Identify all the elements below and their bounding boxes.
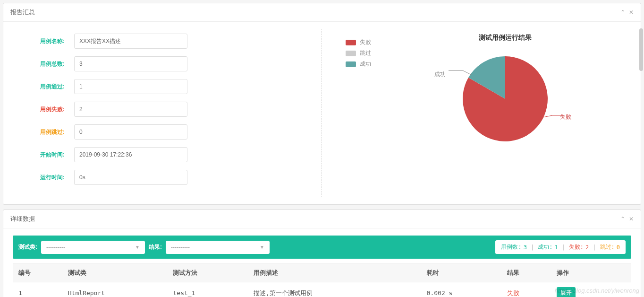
- table-header-row: 编号 测试类 测试方法 用例描述 耗时 结果 操作: [13, 264, 631, 282]
- results-table: 编号 测试类 测试方法 用例描述 耗时 结果 操作 1HtmlReporttes…: [13, 263, 631, 297]
- cell-method: test_1: [167, 282, 247, 297]
- filter-bar: 测试类: ---------- ▼ 结果: ---------- ▼ 用例数: …: [13, 236, 631, 259]
- label-failed: 用例失败:: [27, 105, 65, 114]
- summary-panel-header: 报告汇总 ⌃ ✕: [3, 3, 641, 22]
- col-class: 测试类: [62, 264, 168, 282]
- label-passed: 用例通过:: [27, 83, 65, 91]
- input-skipped[interactable]: [74, 124, 187, 140]
- input-case-name[interactable]: [74, 34, 187, 49]
- label-total: 用例总数:: [27, 60, 65, 68]
- chart-legend: 失败 跳过 成功: [331, 34, 388, 192]
- input-total[interactable]: [74, 56, 187, 71]
- detail-panel: 详细数据 ⌃ ✕ 测试类: ---------- ▼ 结果: ---------…: [3, 210, 641, 297]
- col-time: 耗时: [421, 264, 501, 282]
- filter-result-select[interactable]: ---------- ▼: [166, 241, 270, 254]
- cell-result: 失败: [501, 282, 551, 297]
- chevron-down-icon: ▼: [260, 245, 264, 250]
- stats-box: 用例数: 3 | 成功: 1 | 失败: 2 | 跳过: 0: [495, 240, 626, 254]
- label-start-time: 开始时间:: [27, 151, 65, 159]
- summary-panel-title: 报告汇总: [10, 8, 35, 17]
- detail-panel-title: 详细数据: [10, 215, 35, 223]
- legend-swatch-gray: [346, 51, 356, 56]
- col-action: 操作: [551, 264, 631, 282]
- chevron-down-icon: ▼: [135, 245, 140, 250]
- legend-swatch-teal: [346, 61, 356, 67]
- summary-panel: 报告汇总 ⌃ ✕ 用例名称: 用例总数: 用例通过: 用例失败:: [3, 3, 641, 205]
- input-passed[interactable]: [74, 79, 187, 94]
- col-method: 测试方法: [167, 264, 247, 282]
- collapse-icon[interactable]: ⌃: [620, 9, 625, 16]
- summary-form: 用例名称: 用例总数: 用例通过: 用例失败: 用例跳过: 开始时间:: [13, 29, 322, 197]
- label-case-name: 用例名称:: [27, 37, 65, 45]
- input-failed[interactable]: [74, 102, 187, 117]
- col-id: 编号: [13, 264, 62, 282]
- filter-result-label: 结果:: [149, 243, 162, 251]
- cell-class: HtmlReport: [62, 282, 168, 297]
- col-result: 结果: [501, 264, 551, 282]
- col-desc: 用例描述: [248, 264, 421, 282]
- chart-title: 测试用例运行结果: [479, 34, 532, 42]
- filter-class-label: 测试类:: [18, 243, 37, 251]
- close-icon[interactable]: ✕: [629, 9, 634, 16]
- pie-label-fail: 失败: [560, 113, 571, 121]
- input-run-time[interactable]: [74, 170, 187, 185]
- input-start-time[interactable]: [74, 147, 187, 162]
- legend-item-fail[interactable]: 失败: [346, 38, 388, 46]
- filter-class-select[interactable]: ---------- ▼: [41, 241, 145, 254]
- scrollbar[interactable]: [639, 28, 643, 71]
- pie-label-pass: 成功: [434, 70, 446, 79]
- label-run-time: 运行时间:: [27, 174, 65, 182]
- legend-item-skip[interactable]: 跳过: [346, 49, 388, 57]
- label-skipped: 用例跳过:: [27, 128, 65, 136]
- collapse-icon[interactable]: ⌃: [620, 216, 625, 222]
- detail-panel-header: 详细数据 ⌃ ✕: [3, 210, 641, 228]
- legend-swatch-red: [346, 40, 356, 45]
- cell-time: 0.002 s: [421, 282, 501, 297]
- pie-chart: 成功 失败: [458, 52, 552, 146]
- watermark: https://blog.csdn.net/yiwenrong: [555, 287, 639, 294]
- table-row: 1HtmlReporttest_1描述,第一个测试用例0.002 s失败展开: [13, 282, 631, 297]
- legend-item-pass[interactable]: 成功: [346, 60, 388, 68]
- cell-id: 1: [13, 282, 62, 297]
- close-icon[interactable]: ✕: [629, 216, 634, 222]
- cell-desc: 描述,第一个测试用例: [248, 282, 421, 297]
